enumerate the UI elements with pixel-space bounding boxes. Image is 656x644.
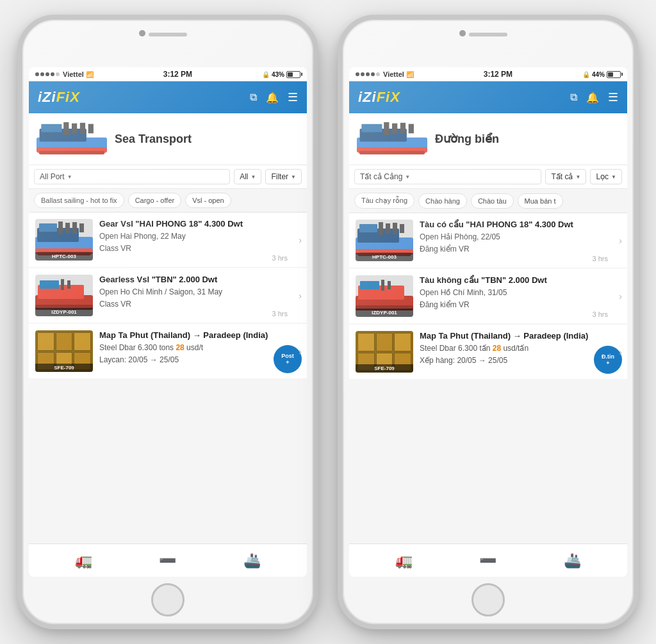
status-time: 3:12 PM — [484, 70, 512, 79]
home-button[interactable] — [472, 583, 505, 616]
listing-info: Map Ta Phut (Thailand) → Paradeep (India… — [99, 330, 300, 365]
signal-dot-3 — [45, 72, 49, 76]
page-title: Sea Transport — [115, 133, 192, 146]
listing-thumbnail: IZDYP-001 — [35, 275, 93, 316]
listing-id: SFE-709 — [35, 364, 93, 372]
minus-nav-icon[interactable]: ➖ — [479, 552, 496, 569]
listing-thumbnail: HPTC-003 — [356, 220, 413, 261]
svg-rect-32 — [359, 151, 425, 155]
tab-label-0: Tàu chạy rỗng — [361, 197, 407, 204]
copy-icon[interactable]: ⧉ — [570, 92, 577, 103]
listing-thumbnail: HPTC-003 — [35, 219, 93, 261]
filter-arrow-1: ▼ — [250, 174, 256, 180]
filter-dropdown-0[interactable]: All Port ▼ — [34, 169, 230, 184]
listing-thumbnail: SFE-709 — [35, 330, 93, 372]
listing-info: Gearless Vsl "TBN" 2.000 Dwt Open Ho Chi… — [99, 275, 300, 309]
copy-icon[interactable]: ⧉ — [250, 92, 257, 103]
listing-title: Gearless Vsl "TBN" 2.000 Dwt — [99, 275, 300, 286]
signal-dot-4 — [51, 72, 54, 76]
home-button[interactable] — [151, 583, 184, 616]
volume-down-button[interactable] — [338, 138, 339, 161]
earpiece-speaker — [469, 33, 507, 36]
ship-nav-icon[interactable]: 🚢 — [243, 552, 261, 569]
listing-title: Tàu có cẩu "HAI PHONG 18" 4.300 Dwt — [420, 220, 621, 230]
svg-rect-14 — [72, 222, 77, 234]
listing-item[interactable]: HPTC-003 Tàu có cẩu "HAI PHONG 18" 4.300… — [349, 213, 627, 268]
svg-rect-39 — [400, 224, 404, 233]
phone-screen: Viettel 📶 3:12 PM 🔒 44% iZiFiX — [349, 67, 627, 577]
filter-dropdown-2[interactable]: Filter ▼ — [265, 169, 302, 184]
header-ship-image — [37, 120, 107, 158]
status-bar: Viettel 📶 3:12 PM 🔒 44% — [349, 67, 627, 81]
signal-dot-3 — [366, 72, 370, 76]
listing-item[interactable]: IZDYP-001 Tàu không cẩu "TBN" 2.000 Dwt … — [349, 269, 627, 323]
listing-chevron-icon: › — [299, 291, 302, 301]
battery-icon — [286, 71, 300, 78]
tab-1[interactable]: Chào hàng — [418, 193, 467, 209]
svg-rect-3 — [63, 122, 69, 135]
listing-line2: Open Ho Chi Minh / Saigon, 31 May — [99, 287, 300, 298]
listing-id: SFE-709 — [356, 364, 413, 373]
volume-down-button[interactable] — [17, 138, 19, 161]
listing-line3: Đăng kiểm VR — [420, 244, 621, 255]
phone-shell: Viettel 📶 3:12 PM 🔒 43% iZiFiX — [17, 15, 318, 629]
app-header: iZiFiX ⧉ 🔔 ☰ — [29, 81, 307, 113]
status-bar: Viettel 📶 3:12 PM 🔒 43% — [29, 67, 307, 81]
listing-thumbnail: SFE-709 — [356, 331, 413, 373]
listing-item[interactable]: SFE-709 Map Ta Phut (Thailand) → Paradee… — [349, 325, 627, 379]
battery-pct: 44% — [592, 71, 605, 78]
listing-chevron-icon: › — [299, 346, 302, 357]
filter-dropdown-1[interactable]: Tất cả ▼ — [545, 169, 586, 184]
truck-nav-icon[interactable]: 🚛 — [75, 552, 92, 569]
listing-chevron-icon: › — [619, 291, 622, 302]
status-time: 3:12 PM — [163, 70, 192, 79]
listing-line2: Open Hải Phòng, 22/05 — [420, 232, 621, 243]
svg-rect-46 — [381, 280, 384, 291]
minus-nav-icon[interactable]: ➖ — [159, 552, 176, 569]
filter-row: Tất cả Cảng ▼ Tất cả ▼ Lọc ▼ — [349, 165, 627, 189]
filter-dropdown-2[interactable]: Lọc ▼ — [590, 169, 622, 184]
bottom-nav: 🚛 ➖ 🚢 — [29, 543, 307, 577]
tabs-row: Tàu chạy rỗng Chào hàng Chào tàu Mua bán… — [349, 189, 627, 213]
filter-label-0: Tất cả Cảng — [360, 172, 402, 181]
tab-label-3: Mua bán t — [525, 197, 556, 205]
filter-dropdown-0[interactable]: Tất cả Cảng ▼ — [354, 169, 541, 184]
tab-0[interactable]: Tàu chạy rỗng — [354, 193, 414, 209]
battery-fill — [288, 72, 293, 77]
listing-line3: Class VR — [99, 299, 300, 310]
post-button[interactable]: Đ.tin + — [594, 346, 622, 374]
listing-item[interactable]: SFE-709 Map Ta Phut (Thailand) → Paradee… — [29, 324, 307, 378]
signal-dots — [35, 72, 60, 76]
volume-up-button[interactable] — [338, 109, 339, 133]
tab-2[interactable]: Vsl - open — [185, 193, 231, 208]
listing-time: 3 hrs — [593, 310, 608, 318]
volume-up-button[interactable] — [17, 109, 19, 133]
hamburger-icon[interactable]: ☰ — [608, 90, 618, 104]
signal-dots — [356, 72, 380, 76]
earpiece-speaker — [149, 33, 187, 36]
listing-item[interactable]: HPTC-003 Gear Vsl "HAI PHONG 18" 4.300 D… — [29, 213, 307, 267]
power-button[interactable] — [637, 125, 639, 164]
status-left: Viettel 📶 — [356, 70, 414, 78]
listing-item[interactable]: IZDYP-001 Gearless Vsl "TBN" 2.000 Dwt O… — [29, 268, 307, 323]
listings-container: HPTC-003 Tàu có cẩu "HAI PHONG 18" 4.300… — [349, 213, 627, 543]
post-button[interactable]: Post + — [274, 345, 302, 373]
filter-label-2: Filter — [271, 172, 288, 181]
truck-nav-icon[interactable]: 🚛 — [395, 552, 413, 569]
filter-dropdown-1[interactable]: All ▼ — [234, 169, 261, 184]
tab-1[interactable]: Cargo - offer — [128, 193, 182, 208]
tab-3[interactable]: Mua bán t — [518, 193, 563, 209]
filter-arrow-1: ▼ — [575, 174, 580, 180]
listing-time: 3 hrs — [272, 310, 288, 318]
svg-rect-6 — [88, 124, 94, 134]
hamburger-icon[interactable]: ☰ — [288, 90, 298, 104]
listing-chevron-icon: › — [619, 347, 622, 357]
power-button[interactable] — [317, 125, 318, 164]
tab-0[interactable]: Ballast sailing - hot to fix — [34, 193, 124, 208]
ship-nav-icon[interactable]: 🚢 — [564, 552, 581, 569]
listing-line2: Open Hồ Chí Minh, 31/05 — [420, 287, 621, 298]
listing-id: IZDYP-001 — [356, 309, 413, 317]
tab-2[interactable]: Chào tàu — [471, 193, 514, 209]
bell-icon[interactable]: 🔔 — [266, 92, 279, 104]
bell-icon[interactable]: 🔔 — [586, 92, 599, 104]
